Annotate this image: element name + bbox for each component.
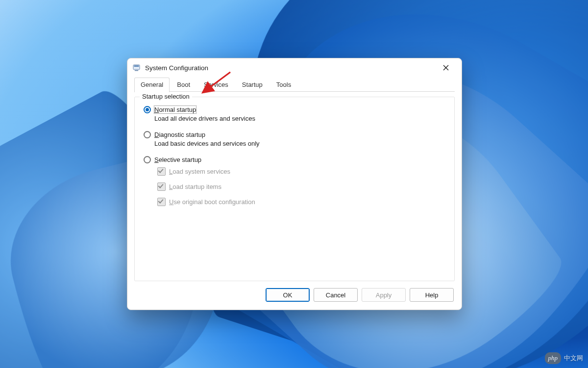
- check-load-system-services: Load system services: [157, 167, 445, 176]
- msconfig-icon: [132, 63, 141, 72]
- selective-startup-subitems: Load system services Load startup items …: [157, 167, 445, 206]
- watermark-badge: php: [545, 352, 562, 364]
- check-label: Load startup items: [169, 183, 221, 190]
- apply-button: Apply: [362, 288, 406, 302]
- window-title: System Configuration: [145, 64, 208, 72]
- dialog-button-bar: OK Cancel Apply Help: [127, 281, 462, 310]
- radio-selective-startup[interactable]: Selective startup: [144, 156, 445, 163]
- tab-general[interactable]: General: [134, 78, 170, 92]
- radio-label: Diagnostic startup: [154, 131, 205, 138]
- radio-diagnostic-startup[interactable]: Diagnostic startup: [144, 131, 445, 138]
- check-load-startup-items: Load startup items: [157, 183, 445, 191]
- startup-selection-group: Startup selection Normal startup Load al…: [134, 97, 455, 281]
- cancel-button[interactable]: Cancel: [314, 288, 358, 302]
- tab-content-general: Startup selection Normal startup Load al…: [127, 92, 462, 281]
- ok-button[interactable]: OK: [266, 288, 310, 302]
- close-icon: [443, 65, 449, 71]
- radio-diagnostic-description: Load basic devices and services only: [154, 140, 445, 147]
- svg-rect-2: [135, 70, 138, 71]
- svg-rect-1: [134, 66, 139, 67]
- titlebar[interactable]: System Configuration: [127, 58, 462, 77]
- tab-services[interactable]: Services: [197, 78, 235, 92]
- watermark-text: 中文网: [564, 354, 583, 363]
- radio-icon: [144, 156, 151, 163]
- checkbox-icon: [157, 167, 166, 176]
- radio-label: Selective startup: [154, 156, 201, 163]
- group-legend: Startup selection: [140, 93, 192, 100]
- radio-label: Normal startup: [154, 106, 196, 113]
- radio-icon: [144, 131, 151, 138]
- tab-startup[interactable]: Startup: [236, 78, 269, 92]
- checkbox-icon: [157, 183, 166, 191]
- watermark: php 中文网: [545, 352, 584, 364]
- radio-normal-description: Load all device drivers and services: [154, 115, 445, 122]
- radio-normal-startup[interactable]: Normal startup: [144, 106, 445, 113]
- system-configuration-dialog: System Configuration General Boot Servic…: [127, 58, 462, 310]
- tabstrip: General Boot Services Startup Tools: [127, 77, 462, 92]
- check-use-original-boot-config: Use original boot configuration: [157, 198, 445, 206]
- tab-boot[interactable]: Boot: [171, 78, 196, 92]
- radio-icon: [144, 106, 151, 113]
- checkbox-icon: [157, 198, 166, 206]
- check-label: Use original boot configuration: [169, 198, 255, 206]
- help-button[interactable]: Help: [410, 288, 454, 302]
- check-label: Load system services: [169, 168, 230, 175]
- tab-tools[interactable]: Tools: [270, 78, 297, 92]
- close-button[interactable]: [435, 60, 457, 75]
